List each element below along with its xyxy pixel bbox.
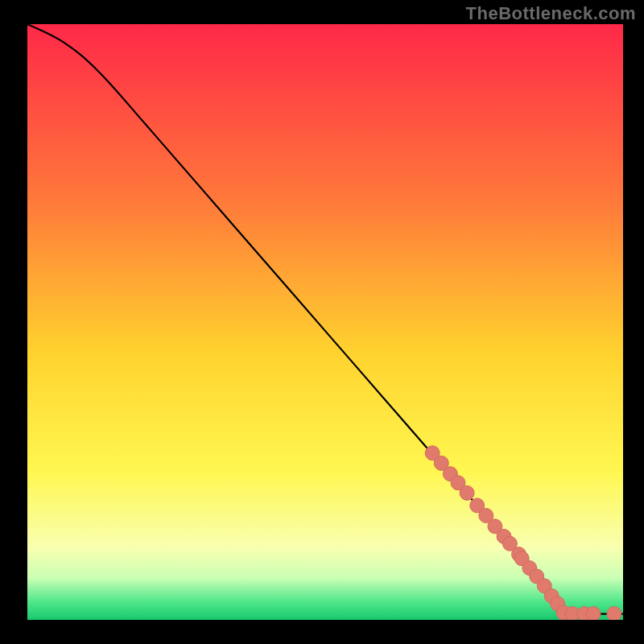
- data-marker: [586, 607, 601, 620]
- watermark-text: TheBottleneck.com: [466, 3, 636, 24]
- data-overlay: [27, 24, 623, 620]
- data-marker: [460, 485, 474, 500]
- data-marker: [607, 607, 621, 620]
- curve-line: [27, 24, 623, 614]
- plot-area: [27, 24, 623, 620]
- chart-frame: TheBottleneck.com: [0, 0, 644, 644]
- data-markers: [425, 446, 621, 620]
